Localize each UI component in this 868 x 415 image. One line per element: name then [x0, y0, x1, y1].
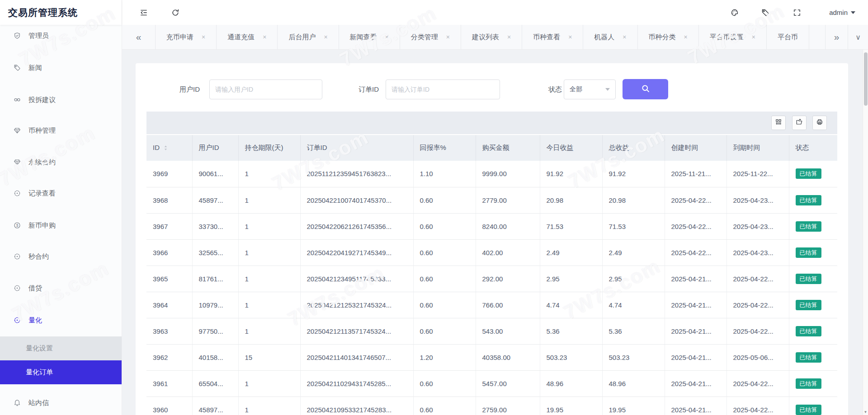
cell-今日收益: 5.36: [540, 318, 602, 344]
theme-palette-icon[interactable]: [731, 9, 739, 17]
tag-icon[interactable]: [761, 9, 769, 17]
tab-close-icon[interactable]: ×: [324, 33, 327, 41]
sidebar-collapse-icon[interactable]: [140, 9, 148, 17]
cell-ID: 3966: [146, 239, 192, 266]
cell-今日收益: 20.98: [540, 187, 602, 213]
aim-icon: [14, 284, 21, 292]
cell-订单ID: 202504211029431745285...: [300, 370, 413, 396]
tab-平台币设置[interactable]: 平台币设置×: [699, 25, 767, 49]
user-menu-label: admin: [829, 9, 848, 16]
tab-close-icon[interactable]: ×: [568, 33, 572, 41]
cell-购买金额: 402.00: [476, 239, 540, 266]
cell-持仓期限(天): 1: [238, 239, 300, 266]
tab-close-icon[interactable]: ×: [263, 33, 266, 41]
tab-币种查看[interactable]: 币种查看×: [522, 25, 583, 49]
print-button[interactable]: [812, 116, 827, 130]
cell-回报率%: 0.60: [413, 213, 476, 239]
sidebar-item-永续合约[interactable]: 永续合约: [0, 153, 122, 172]
sidebar-item-秒合约[interactable]: 秒合约: [0, 247, 122, 266]
link-icon: [14, 96, 21, 103]
cell-今日收益: 2.95: [540, 266, 602, 292]
sidebar-item-借贷[interactable]: 借贷: [0, 279, 122, 298]
sidebar-item-管理员[interactable]: 管理员: [0, 26, 122, 45]
cell-创建时间: 2025-04-21...: [665, 344, 726, 370]
tab-close-icon[interactable]: ×: [623, 33, 626, 41]
tab-新闻查看[interactable]: 新闻查看×: [339, 25, 400, 49]
sidebar-subitem-量化设置[interactable]: 量化设置: [0, 336, 122, 360]
sort-icon[interactable]: [163, 145, 169, 152]
cell-用户ID: 32565...: [192, 239, 238, 266]
cell-创建时间: 2025-04-21...: [665, 370, 726, 396]
tab-建议列表[interactable]: 建议列表×: [461, 25, 522, 49]
sidebar-item-新币申购[interactable]: $新币申购: [0, 216, 122, 235]
tab-后台用户[interactable]: 后台用户×: [278, 25, 339, 49]
table-row: 396845897...1202504221007401745370...0.6…: [146, 187, 837, 213]
search-button[interactable]: [623, 79, 668, 99]
column-settings-button[interactable]: [771, 116, 786, 130]
sidebar-item-投拆建议[interactable]: 投拆建议: [0, 90, 122, 109]
user-menu[interactable]: admin: [829, 0, 855, 25]
scrollbar-thumb[interactable]: [864, 52, 868, 106]
cell-持仓期限(天): 1: [238, 292, 300, 318]
tab-close-icon[interactable]: ×: [507, 33, 511, 41]
cell-总收益: 2.49: [602, 239, 665, 266]
gem-icon: [14, 159, 21, 166]
status-badge: 已结算: [796, 168, 821, 179]
tab-close-icon[interactable]: ×: [385, 33, 389, 41]
tab-机器人[interactable]: 机器人×: [583, 25, 637, 49]
sidebar-item-站内信[interactable]: 站内信: [0, 393, 122, 412]
tabs-dropdown-button[interactable]: ∨: [848, 25, 868, 49]
tab-close-icon[interactable]: ×: [684, 33, 688, 41]
tab-close-icon[interactable]: ×: [202, 33, 205, 41]
cell-ID: 3960: [146, 396, 192, 415]
column-header-今日收益: 今日收益: [540, 135, 602, 161]
table-row: 396632565...1202504220419271745349...0.6…: [146, 239, 837, 266]
tab-close-icon[interactable]: ×: [446, 33, 450, 41]
fullscreen-icon[interactable]: [793, 9, 801, 17]
tab-充币申请[interactable]: 充币申请×: [156, 25, 217, 49]
cell-订单ID: 202504221007401745370...: [300, 187, 413, 213]
tabs-scroll-left-button[interactable]: «: [122, 25, 156, 49]
tabs-scroll-right-button[interactable]: »: [825, 25, 848, 49]
sidebar-item-量化[interactable]: 量化: [0, 311, 122, 330]
cell-到期时间: 2025-04-22...: [726, 266, 789, 292]
tab-币种分类[interactable]: 币种分类×: [638, 25, 699, 49]
status-badge: 已结算: [796, 326, 821, 336]
cell-持仓期限(天): 15: [238, 344, 300, 370]
column-header-label: 总收益: [609, 144, 629, 151]
cell-订单ID: 202511212359451763823...: [300, 161, 413, 187]
cell-状态: 已结算: [789, 318, 837, 344]
cell-回报率%: 0.60: [413, 239, 476, 266]
tab-label: 币种查看: [533, 33, 560, 42]
column-header-label: 到期时间: [733, 144, 760, 151]
cell-状态: 已结算: [789, 239, 837, 266]
cell-ID: 3968: [146, 187, 192, 213]
status-badge: 已结算: [796, 274, 821, 284]
cell-状态: 已结算: [789, 266, 837, 292]
sidebar-item-记录查看[interactable]: 记录查看: [0, 184, 122, 203]
status-badge: 已结算: [796, 221, 821, 232]
sidebar: 交易所管理系统 管理员新闻投拆建议币种管理永续合约记录查看$新币申购秒合约借贷量…: [0, 0, 122, 415]
refresh-icon[interactable]: [171, 9, 179, 17]
cell-总收益: 48.96: [602, 370, 665, 396]
cell-今日收益: 2.49: [540, 239, 602, 266]
tab-分类管理[interactable]: 分类管理×: [400, 25, 461, 49]
user-id-input[interactable]: [209, 79, 322, 99]
status-select[interactable]: 全部: [564, 79, 616, 99]
order-id-input[interactable]: [386, 79, 500, 99]
table-row: 396240158...15202504211401341746507...1.…: [146, 344, 837, 370]
tag-icon: [14, 64, 21, 71]
cell-持仓期限(天): 1: [238, 213, 300, 239]
scrollbar-down-arrow[interactable]: ▼: [863, 410, 868, 414]
export-button[interactable]: [792, 116, 807, 130]
sidebar-item-币种管理[interactable]: 币种管理: [0, 121, 122, 140]
tab-平台币[interactable]: 平台币: [767, 25, 809, 49]
sidebar-subitem-量化订单[interactable]: 量化订单: [0, 360, 122, 384]
tab-close-icon[interactable]: ×: [752, 33, 755, 41]
sidebar-item-label: 管理员: [28, 32, 49, 40]
cell-订单ID: 202504212125321745324...: [300, 292, 413, 318]
vertical-scrollbar[interactable]: ▼: [863, 50, 868, 415]
tab-通道充值[interactable]: 通道充值×: [217, 25, 278, 49]
cell-购买金额: 292.00: [476, 266, 540, 292]
sidebar-item-新闻[interactable]: 新闻: [0, 58, 122, 77]
